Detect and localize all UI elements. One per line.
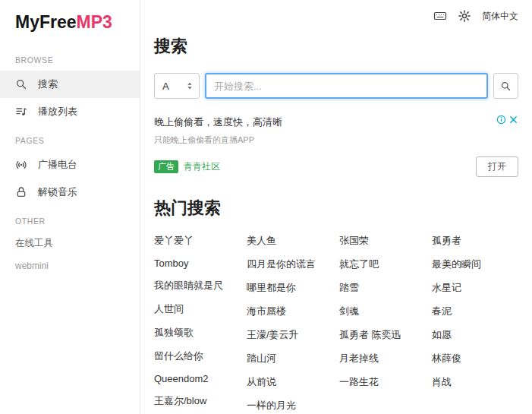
search-icon — [15, 78, 27, 90]
search-button[interactable] — [493, 73, 518, 99]
hot-search-grid: 爱丫爱丫Tomboy我的眼睛就是尺人世间孤独颂歌留什么给你Queendom2王嘉… — [154, 229, 518, 414]
hot-search-item[interactable]: 哪里都是你 — [247, 276, 333, 299]
ad-open-button[interactable]: 打开 — [476, 156, 518, 177]
logo[interactable]: MyFreeMP3 — [0, 6, 140, 45]
radio-icon — [15, 159, 27, 171]
page-title: 搜索 — [154, 35, 518, 58]
hot-search-item[interactable]: 美人鱼 — [247, 229, 333, 252]
search-icon — [500, 81, 512, 92]
hot-search-item[interactable]: 四月是你的谎言 — [247, 252, 333, 276]
hot-search-item[interactable]: 我的眼睛就是尺 — [154, 273, 241, 297]
hot-search-item[interactable]: 一路生花 — [339, 370, 426, 393]
sidebar-item-label: 广播电台 — [38, 158, 77, 172]
ad-controls — [496, 115, 518, 125]
gear-icon[interactable] — [458, 9, 471, 23]
hot-search-column: 张国荣就忘了吧踏雪剑魂孤勇者 陈奕迅月老掉线一路生花 — [339, 229, 426, 414]
playlist-icon — [15, 106, 27, 118]
hot-search-item[interactable]: 最美的瞬间 — [432, 252, 518, 276]
hot-search-item[interactable]: 王嘉尔/blow — [154, 389, 241, 412]
ad-subline[interactable]: 只能晚上偷偷看的直播APP — [154, 134, 518, 146]
hot-search-item[interactable]: 踏雪 — [339, 276, 426, 299]
hot-search-item[interactable]: 留什么给你 — [154, 344, 241, 368]
hot-search-item[interactable]: 爱丫爱丫 — [154, 229, 241, 252]
sidebar-item-unlock-music[interactable]: 解锁音乐 — [0, 179, 140, 206]
search-input[interactable] — [205, 73, 488, 99]
sidebar-item-webmini[interactable]: webmini — [0, 255, 140, 277]
hot-search-column: 爱丫爱丫Tomboy我的眼睛就是尺人世间孤独颂歌留什么给你Queendom2王嘉… — [154, 229, 241, 414]
hot-search-item[interactable]: 月老掉线 — [339, 346, 426, 370]
hot-search-item[interactable]: 春泥 — [432, 299, 518, 323]
sidebar: MyFreeMP3 BROWSE 搜索 播放列表 PAGES 广播电台 — [0, 0, 140, 414]
ad-advertiser[interactable]: 青青社区 — [184, 160, 220, 173]
source-select-value: A — [162, 81, 169, 92]
adchoices-icon[interactable] — [496, 115, 506, 125]
topbar: 简体中文 — [140, 0, 532, 23]
hot-search-item[interactable]: 剑魂 — [339, 299, 426, 323]
lock-icon — [15, 186, 27, 198]
ad-close-icon[interactable] — [508, 115, 518, 125]
ad-footer-row: 广告 青青社区 打开 — [154, 156, 518, 177]
logo-text-accent: MP3 — [77, 12, 112, 32]
content: 搜索 A 晚上偷偷看，速度快，高清晰 — [140, 23, 532, 414]
sidebar-item-online-tools[interactable]: 在线工具 — [0, 232, 140, 255]
hot-search-item[interactable]: 一样的月光 — [247, 393, 333, 414]
search-row: A — [154, 73, 518, 99]
hot-search-item[interactable]: Tomboy — [154, 252, 241, 273]
hot-search-item[interactable]: 从前说 — [247, 370, 333, 393]
source-select[interactable]: A — [154, 73, 200, 99]
sidebar-item-radio[interactable]: 广播电台 — [0, 151, 140, 179]
sidebar-section-other: OTHER — [0, 206, 140, 232]
sidebar-item-label: 搜索 — [38, 77, 58, 91]
hot-search-column: 孤勇者最美的瞬间水星记春泥如愿林薛俊肖战 — [432, 229, 518, 414]
language-switcher[interactable]: 简体中文 — [482, 10, 518, 23]
hot-search-item[interactable]: 张国荣 — [339, 229, 426, 252]
hot-search-item[interactable]: 水星记 — [432, 276, 518, 299]
logo-text-primary: MyFree — [15, 12, 77, 32]
hot-search-item[interactable]: 就忘了吧 — [339, 252, 426, 276]
sidebar-item-label: 解锁音乐 — [38, 185, 77, 199]
hot-search-item[interactable]: 踏山河 — [247, 346, 333, 370]
sidebar-item-label: 播放列表 — [38, 105, 77, 119]
sidebar-item-search[interactable]: 搜索 — [0, 71, 140, 98]
unfold-arrows-icon — [184, 81, 195, 91]
ad-headline[interactable]: 晚上偷偷看，速度快，高清晰 — [154, 115, 518, 129]
hot-search-column: 美人鱼四月是你的谎言哪里都是你海市蜃楼王濛/姜云升踏山河从前说一样的月光 — [247, 229, 333, 414]
sidebar-section-browse: BROWSE — [0, 45, 140, 71]
hot-search-item[interactable]: 如愿 — [432, 323, 518, 346]
hot-search-item[interactable]: 孤勇者 — [432, 229, 518, 252]
ad-badge: 广告 — [154, 160, 178, 173]
hot-search-item[interactable]: 肖战 — [432, 370, 518, 393]
hot-search-item[interactable]: 孤勇者 陈奕迅 — [339, 323, 426, 346]
app-window: MyFreeMP3 BROWSE 搜索 播放列表 PAGES 广播电台 — [0, 0, 532, 414]
hot-search-item[interactable]: 林薛俊 — [432, 346, 518, 370]
sidebar-section-pages: PAGES — [0, 125, 140, 151]
hot-search-item[interactable]: Queendom2 — [154, 368, 241, 389]
main-area: 简体中文 搜索 A 晚上偷偷看，速度快，高清晰 — [140, 0, 532, 414]
hot-search-item[interactable]: 海市蜃楼 — [247, 299, 333, 323]
ad-block: 晚上偷偷看，速度快，高清晰 只能晚上偷偷看的直播APP 广告 青青社区 打开 — [154, 115, 518, 177]
keyboard-icon[interactable] — [433, 9, 447, 23]
hot-search-title: 热门搜索 — [154, 197, 518, 220]
hot-search-item[interactable]: 人世间 — [154, 297, 241, 321]
ad-attribution: 广告 青青社区 — [154, 160, 220, 173]
hot-search-item[interactable]: 王濛/姜云升 — [247, 323, 333, 346]
sidebar-item-playlist[interactable]: 播放列表 — [0, 98, 140, 125]
hot-search-item[interactable]: 孤独颂歌 — [154, 321, 241, 344]
